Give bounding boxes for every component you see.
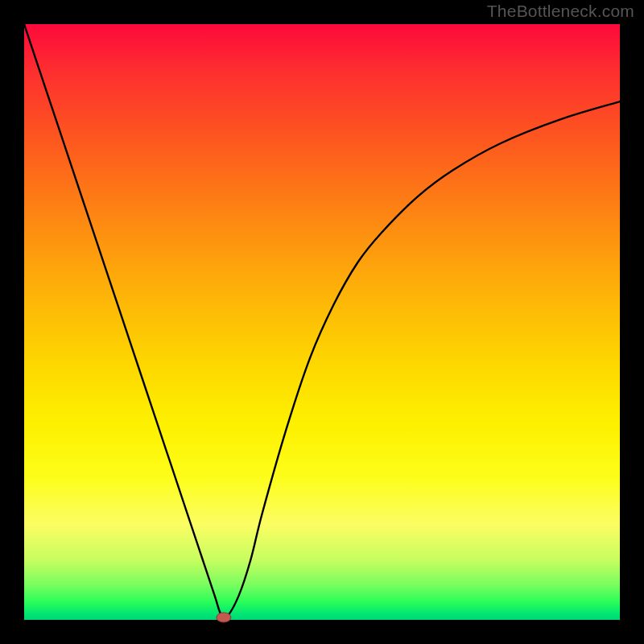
min-marker [217,613,231,622]
watermark-text: TheBottleneck.com [487,2,634,21]
chart-frame: TheBottleneck.com [0,0,644,644]
bottleneck-curve [24,24,620,618]
plot-area [24,24,620,620]
chart-svg [24,24,620,620]
